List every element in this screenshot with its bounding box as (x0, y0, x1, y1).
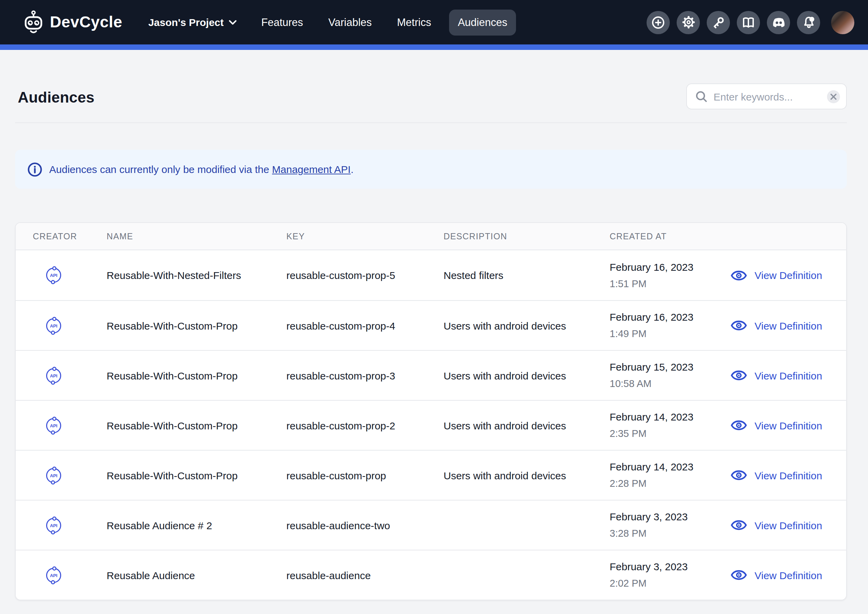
audience-name: Reusable Audience (107, 569, 286, 581)
devcycle-logo[interactable]: DevCycle (23, 10, 122, 34)
creator-cell: API (16, 266, 107, 284)
created-date: February 14, 2023 (610, 408, 731, 425)
navbar-actions (646, 11, 854, 34)
search-input[interactable] (713, 90, 821, 102)
actions-cell: View Definition (731, 568, 846, 582)
created-time: 1:49 PM (610, 325, 731, 342)
user-avatar[interactable] (831, 11, 854, 34)
view-definition-link[interactable]: View Definition (755, 420, 822, 431)
created-at-cell: February 15, 202310:58 AM (610, 358, 731, 392)
audience-key: reusable-custom-prop-2 (286, 420, 443, 431)
view-definition-link[interactable]: View Definition (755, 519, 822, 531)
search-icon (695, 90, 707, 103)
nav-item-audiences[interactable]: Audiences (449, 9, 516, 35)
chevron-down-icon (229, 20, 237, 25)
view-definition-link[interactable]: View Definition (755, 370, 822, 381)
notifications-button[interactable] (797, 11, 820, 34)
add-button[interactable] (646, 11, 670, 34)
audience-key: reusable-custom-prop-3 (286, 370, 443, 381)
column-header-key: KEY (286, 232, 443, 241)
created-at-cell: February 14, 20232:28 PM (610, 458, 731, 492)
eye-icon (731, 368, 747, 382)
view-definition-link[interactable]: View Definition (755, 469, 822, 481)
brand-name: DevCycle (50, 13, 122, 31)
eye-icon (731, 468, 747, 482)
created-time: 3:28 PM (610, 525, 731, 542)
api-creator-icon: API (45, 566, 63, 584)
close-icon (831, 93, 837, 99)
accent-bar (0, 44, 868, 50)
audience-key: reusable-custom-prop-5 (286, 269, 443, 281)
docs-button[interactable] (737, 11, 760, 34)
audience-name: Reusable-With-Custom-Prop (107, 469, 286, 481)
svg-text:API: API (50, 473, 57, 478)
view-definition-link[interactable]: View Definition (755, 320, 822, 331)
created-date: February 15, 2023 (610, 358, 731, 375)
actions-cell: View Definition (731, 418, 846, 432)
api-creator-icon: API (45, 416, 63, 435)
created-at-cell: February 14, 20232:35 PM (610, 408, 731, 442)
table-row: APIReusable-With-Nested-Filtersreusable-… (16, 250, 846, 300)
table-header: CREATORNAMEKEYDESCRIPTIONCREATED AT (16, 223, 846, 250)
audience-name: Reusable-With-Custom-Prop (107, 370, 286, 381)
docs-book-icon (742, 16, 755, 29)
created-at-cell: February 16, 20231:51 PM (610, 258, 731, 292)
created-at-cell: February 3, 20233:28 PM (610, 508, 731, 542)
audience-description: Users with android devices (443, 420, 610, 431)
created-time: 2:02 PM (610, 575, 731, 592)
banner-text: Audiences can currently only be modified… (49, 163, 354, 175)
clear-search-button[interactable] (827, 90, 840, 103)
discord-button[interactable] (767, 11, 790, 34)
created-date: February 16, 2023 (610, 258, 731, 275)
add-icon (651, 16, 665, 29)
column-header-creator: CREATOR (16, 232, 107, 241)
creator-cell: API (16, 366, 107, 385)
settings-button[interactable] (677, 11, 700, 34)
project-selector[interactable]: Jason's Project (148, 16, 237, 28)
created-time: 2:35 PM (610, 425, 731, 442)
audience-description: Users with android devices (443, 469, 610, 481)
audience-key: reusable-audience-two (286, 519, 443, 531)
settings-gear-icon (681, 15, 696, 30)
top-navbar: DevCycle Jason's Project FeaturesVariabl… (0, 0, 868, 44)
svg-text:API: API (50, 323, 57, 328)
audience-name: Reusable-With-Custom-Prop (107, 320, 286, 331)
audience-name: Reusable-With-Nested-Filters (107, 269, 286, 281)
table-row: APIReusable-With-Custom-Propreusable-cus… (16, 300, 846, 350)
table-row: APIReusable Audiencereusable-audienceFeb… (16, 550, 846, 600)
page-title: Audiences (18, 89, 94, 107)
eye-icon (731, 518, 747, 532)
eye-icon (731, 319, 747, 332)
audience-key: reusable-custom-prop-4 (286, 320, 443, 331)
creator-cell: API (16, 566, 107, 584)
eye-icon (731, 418, 747, 432)
created-at-cell: February 16, 20231:49 PM (610, 308, 731, 342)
info-banner: Audiences can currently only be modified… (15, 150, 847, 189)
creator-cell: API (16, 516, 107, 534)
api-creator-icon: API (45, 516, 63, 534)
created-date: February 16, 2023 (610, 308, 731, 325)
created-time: 2:28 PM (610, 475, 731, 492)
devcycle-robot-icon (23, 10, 44, 34)
main-nav: FeaturesVariablesMetricsAudiences (262, 9, 516, 35)
actions-cell: View Definition (731, 368, 846, 382)
nav-item-variables[interactable]: Variables (329, 16, 372, 28)
view-definition-link[interactable]: View Definition (755, 569, 822, 581)
api-keys-button[interactable] (707, 11, 730, 34)
eye-icon (731, 568, 747, 582)
created-time: 1:51 PM (610, 275, 731, 292)
view-definition-link[interactable]: View Definition (755, 269, 822, 281)
management-api-link[interactable]: Management API (272, 163, 350, 175)
actions-cell: View Definition (731, 518, 846, 532)
column-header-description: DESCRIPTION (443, 232, 610, 241)
audience-key: reusable-custom-prop (286, 469, 443, 481)
search-box (686, 83, 847, 109)
audience-name: Reusable Audience # 2 (107, 519, 286, 531)
actions-cell: View Definition (731, 268, 846, 282)
created-time: 10:58 AM (610, 375, 731, 392)
table-row: APIReusable-With-Custom-Propreusable-cus… (16, 400, 846, 450)
nav-item-features[interactable]: Features (262, 16, 303, 28)
table-row: APIReusable-With-Custom-Propreusable-cus… (16, 450, 846, 500)
nav-item-metrics[interactable]: Metrics (397, 16, 431, 28)
header-divider (15, 123, 847, 123)
